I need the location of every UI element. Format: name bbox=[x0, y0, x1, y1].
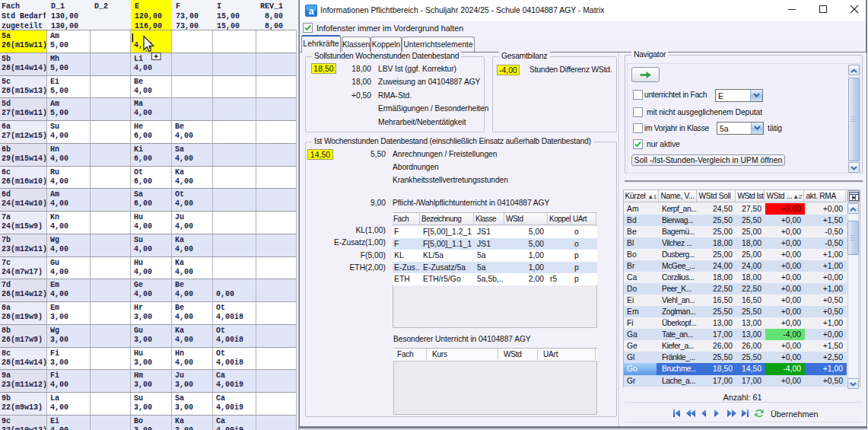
svg-text:a: a bbox=[308, 5, 314, 17]
